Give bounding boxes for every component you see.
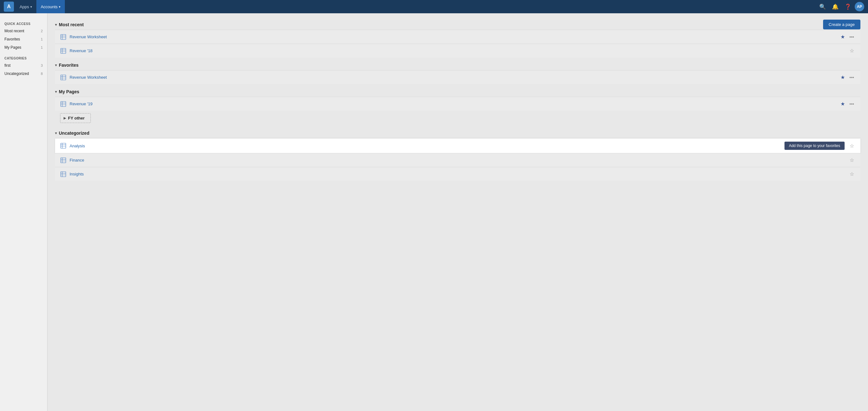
nav-apps[interactable]: Apps ▾ xyxy=(15,0,36,13)
sidebar-item-uncategorized[interactable]: Uncategorized 8 xyxy=(0,69,47,78)
top-navigation: A Apps ▾ Accounts ▾ 🔍 🔔 ❓ AP xyxy=(0,0,868,13)
section-my-pages-header[interactable]: ▾ My Pages xyxy=(55,87,860,97)
page-name-finance: Finance xyxy=(70,158,845,162)
uncategorized-title: Uncategorized xyxy=(59,131,89,136)
page-name-analysis: Analysis xyxy=(70,144,781,148)
page-name-revenue-18: Revenue '18 xyxy=(70,49,845,53)
apps-chevron-icon: ▾ xyxy=(30,5,32,8)
page-row-actions-insights: ☆ xyxy=(848,170,855,178)
svg-rect-0 xyxy=(61,34,66,39)
star-button-revenue-19[interactable]: ★ xyxy=(839,100,846,107)
my-pages-chevron-icon: ▾ xyxy=(55,90,57,94)
section-uncategorized: ▾ Uncategorized Analysis xyxy=(55,128,860,181)
page-row-actions-finance: ☆ xyxy=(848,157,855,164)
most-recent-chevron-icon: ▾ xyxy=(55,23,57,27)
page-row-revenue-worksheet-2[interactable]: Revenue Worksheet ★ ••• xyxy=(55,70,860,84)
app-logo[interactable]: A xyxy=(4,2,14,12)
sidebar-first-count: 3 xyxy=(38,64,43,67)
sidebar-item-first[interactable]: first 3 xyxy=(0,61,47,69)
sidebar-favorites-count: 1 xyxy=(38,37,43,41)
accounts-label: Accounts xyxy=(41,4,58,9)
more-button-revenue-worksheet-2[interactable]: ••• xyxy=(848,74,855,81)
uncategorized-chevron-icon: ▾ xyxy=(55,131,57,135)
more-button-revenue-19[interactable]: ••• xyxy=(848,101,855,107)
main-content: Create a page ▾ Most recent xyxy=(48,13,868,411)
favorites-items: Revenue Worksheet ★ ••• xyxy=(55,70,860,84)
fy-other-label: FY other xyxy=(68,116,85,121)
svg-rect-20 xyxy=(61,158,66,163)
notifications-button[interactable]: 🔔 xyxy=(829,1,841,12)
sidebar: QUICK ACCESS Most recent 2 Favorites 1 M… xyxy=(0,13,48,411)
page-row-actions-2: ☆ xyxy=(848,47,855,54)
page-row-analysis[interactable]: Analysis Add this page to your favorites… xyxy=(55,138,860,153)
user-avatar[interactable]: AP xyxy=(855,2,864,11)
svg-rect-16 xyxy=(61,143,66,148)
section-most-recent: ▾ Most recent Revenue Worksheet xyxy=(55,20,860,58)
page-icon-finance xyxy=(60,157,66,163)
star-button-revenue-worksheet-2[interactable]: ★ xyxy=(839,74,846,81)
page-row-finance[interactable]: Finance ☆ xyxy=(55,153,860,167)
sidebar-most-recent-count: 2 xyxy=(38,29,43,33)
page-icon-revenue-worksheet-2 xyxy=(60,74,66,81)
star-button-analysis[interactable]: ☆ xyxy=(848,142,855,150)
page-icon-revenue-worksheet-1 xyxy=(60,34,66,40)
star-button-insights[interactable]: ☆ xyxy=(848,170,855,178)
create-page-button[interactable]: Create a page xyxy=(823,20,860,29)
star-button-revenue-worksheet-1[interactable]: ★ xyxy=(839,33,846,40)
page-row-actions-analysis: Add this page to your favorites ☆ xyxy=(784,141,855,150)
page-icon-revenue-19 xyxy=(60,101,66,107)
more-button-revenue-worksheet-1[interactable]: ••• xyxy=(848,34,855,40)
fy-other-chevron-icon: ▶ xyxy=(64,116,66,120)
apps-label: Apps xyxy=(20,4,29,9)
sidebar-most-recent-label: Most recent xyxy=(4,29,38,33)
sidebar-first-label: first xyxy=(4,63,38,68)
add-favorites-tooltip: Add this page to your favorites xyxy=(784,141,845,150)
sidebar-favorites-label: Favorites xyxy=(4,37,38,41)
sidebar-my-pages-label: My Pages xyxy=(4,45,38,50)
section-favorites: ▾ Favorites Revenue Worksheet xyxy=(55,60,860,84)
page-icon-analysis xyxy=(60,143,66,149)
nav-accounts[interactable]: Accounts ▾ xyxy=(36,0,65,13)
star-button-finance[interactable]: ☆ xyxy=(848,157,855,164)
star-button-revenue-18[interactable]: ☆ xyxy=(848,47,855,54)
section-uncategorized-header[interactable]: ▾ Uncategorized xyxy=(55,128,860,138)
fy-other-subsection[interactable]: ▶ FY other xyxy=(60,113,91,123)
sidebar-item-my-pages[interactable]: My Pages 1 xyxy=(0,43,47,52)
section-favorites-header[interactable]: ▾ Favorites xyxy=(55,60,860,70)
sidebar-uncategorized-label: Uncategorized xyxy=(4,71,38,76)
page-row-revenue-19[interactable]: Revenue '19 ★ ••• xyxy=(55,97,860,110)
sidebar-my-pages-count: 1 xyxy=(38,45,43,49)
page-row-actions-3: ★ ••• xyxy=(839,74,855,81)
most-recent-title: Most recent xyxy=(59,22,84,27)
accounts-chevron-icon: ▾ xyxy=(59,5,60,8)
page-layout: QUICK ACCESS Most recent 2 Favorites 1 M… xyxy=(0,13,868,411)
section-my-pages: ▾ My Pages Revenue '19 ★ xyxy=(55,87,860,126)
section-most-recent-header[interactable]: ▾ Most recent xyxy=(55,20,860,30)
favorites-chevron-icon: ▾ xyxy=(55,63,57,67)
page-row-actions-4: ★ ••• xyxy=(839,100,855,107)
page-row-revenue-worksheet-1[interactable]: Revenue Worksheet ★ ••• xyxy=(55,30,860,44)
quick-access-label: QUICK ACCESS xyxy=(0,22,47,26)
sidebar-uncategorized-count: 8 xyxy=(38,72,43,75)
page-row-actions-1: ★ ••• xyxy=(839,33,855,40)
page-name-revenue-19: Revenue '19 xyxy=(70,101,836,106)
categories-label: CATEGORIES xyxy=(0,57,47,60)
svg-rect-4 xyxy=(61,49,66,54)
page-icon-insights xyxy=(60,171,66,177)
page-name-revenue-worksheet-2: Revenue Worksheet xyxy=(70,75,836,80)
topnav-right-actions: 🔍 🔔 ❓ AP xyxy=(817,1,864,12)
help-button[interactable]: ❓ xyxy=(842,1,854,12)
sidebar-item-most-recent[interactable]: Most recent 2 xyxy=(0,27,47,35)
uncategorized-items: Analysis Add this page to your favorites… xyxy=(55,138,860,181)
sidebar-item-favorites[interactable]: Favorites 1 xyxy=(0,35,47,43)
my-pages-items: Revenue '19 ★ ••• ▶ FY other xyxy=(55,97,860,126)
favorites-title: Favorites xyxy=(59,63,79,68)
svg-rect-24 xyxy=(61,172,66,177)
svg-rect-12 xyxy=(61,101,66,106)
page-row-insights[interactable]: Insights ☆ xyxy=(55,167,860,181)
my-pages-title: My Pages xyxy=(59,89,80,94)
page-icon-revenue-18 xyxy=(60,48,66,54)
page-name-insights: Insights xyxy=(70,172,845,177)
search-button[interactable]: 🔍 xyxy=(817,1,828,12)
page-row-revenue-18[interactable]: Revenue '18 ☆ xyxy=(55,44,860,58)
